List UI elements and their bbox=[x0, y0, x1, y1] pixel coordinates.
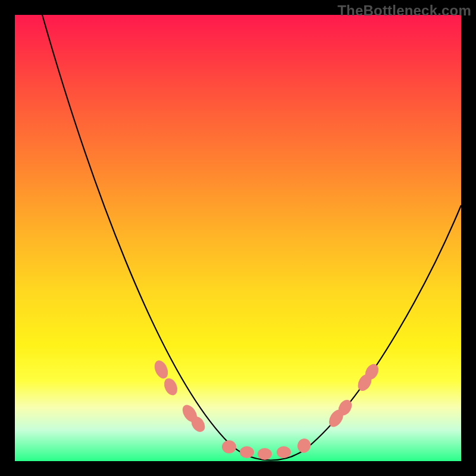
highlight-dot bbox=[240, 446, 254, 458]
highlight-dot bbox=[152, 358, 170, 380]
watermark-text: TheBottleneck.com bbox=[337, 2, 471, 19]
highlight-dot bbox=[162, 376, 180, 397]
bottleneck-curve bbox=[42, 15, 461, 461]
highlight-dot bbox=[296, 437, 313, 455]
highlight-markers bbox=[152, 358, 381, 460]
chart-svg bbox=[15, 15, 461, 461]
highlight-dot bbox=[222, 440, 236, 453]
highlight-dot bbox=[277, 446, 291, 458]
highlight-dot bbox=[258, 448, 272, 460]
chart-plot-area bbox=[15, 15, 461, 461]
